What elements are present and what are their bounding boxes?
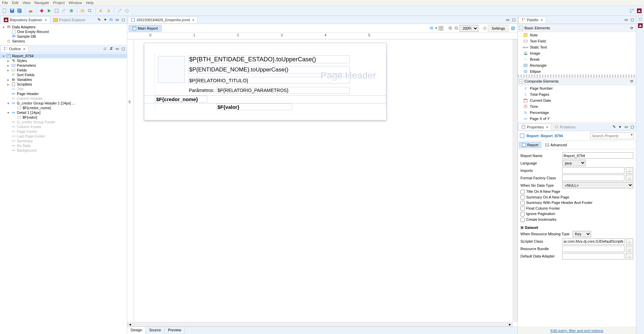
advanced-subtab[interactable]: Advanced <box>542 142 570 148</box>
palette-ellipse[interactable]: Ellipse <box>518 68 636 74</box>
menu-project[interactable]: Project <box>53 1 65 5</box>
detail-band-node[interactable]: ▾Detail 1 [14px] <box>0 110 127 115</box>
minimize-icon[interactable]: ▭ <box>623 17 629 23</box>
zoom-in-icon[interactable] <box>448 26 453 31</box>
palette-break[interactable]: Break <box>518 56 636 62</box>
browse-scriptlet-button[interactable]: ... <box>626 238 633 245</box>
close-icon[interactable]: ✕ <box>540 18 543 22</box>
minimize-icon[interactable]: ▭ <box>505 17 510 23</box>
select-language[interactable]: java <box>562 160 586 166</box>
select-res-missing[interactable]: Key <box>572 231 591 237</box>
page-header-band-node[interactable]: Page Header <box>0 91 127 96</box>
summary-node[interactable]: Summary <box>0 139 127 143</box>
palette-rectangle[interactable]: Rectangle <box>518 62 636 68</box>
project-explorer-tab[interactable]: Project Explorer <box>50 16 89 23</box>
repository-tree[interactable]: ▾ Data Adapters One Empty Record Sample … <box>0 24 127 45</box>
label-parametros[interactable]: Parâmetros: <box>188 87 215 94</box>
palette-percentage[interactable]: %Percentage <box>518 110 636 116</box>
no-data-node[interactable]: No Data <box>0 143 127 148</box>
menu-window[interactable]: Window <box>69 1 82 5</box>
input-report-name[interactable] <box>562 152 633 159</box>
wand-button[interactable] <box>116 7 123 14</box>
main-report-tab[interactable]: Main Report <box>129 25 162 32</box>
field-relatorio-titulo[interactable]: $P{RELATORIO_TITULO} <box>188 77 350 84</box>
collapse-icon[interactable]: ▾ <box>1 25 5 29</box>
parameters-node[interactable]: ▸Parameters <box>0 63 127 68</box>
dropdown-arrow-icon[interactable]: ▼ <box>630 133 633 136</box>
field-valor[interactable]: $F{valor} <box>216 103 292 110</box>
chk-summary-phf[interactable] <box>520 201 525 205</box>
fields-node[interactable]: ▸Fields <box>0 68 127 72</box>
browse-adapter-button[interactable]: ... <box>626 253 633 260</box>
edit-query-link[interactable]: Edit query, filter and sort options <box>518 327 636 334</box>
report-page[interactable]: Page Header $P{BTH_ENTIDADE_ESTADO}.toUp… <box>144 43 386 120</box>
perspective-button[interactable] <box>629 7 635 14</box>
input-imports[interactable] <box>562 167 624 174</box>
sample-db-node[interactable]: Sample DB <box>0 34 127 39</box>
pin-icon[interactable]: ⟳ <box>629 25 634 31</box>
menu-help[interactable]: Help <box>86 1 94 5</box>
expand-icon[interactable]: ▸ <box>6 68 10 72</box>
chk-float-col-footer[interactable] <box>520 206 525 211</box>
collapse-all-icon[interactable] <box>102 46 108 52</box>
collapse-icon[interactable]: ▣ <box>520 225 523 229</box>
gh-field-node[interactable]: $F{credor_nome} <box>0 105 127 110</box>
input-ffc[interactable] <box>562 175 624 181</box>
link-icon[interactable]: ⇵ <box>108 46 114 52</box>
chk-ignore-pagination[interactable] <box>520 212 525 216</box>
settings-gear-icon[interactable] <box>482 26 487 31</box>
palette-tab[interactable]: Palette ✕ <box>518 17 546 23</box>
search-button[interactable] <box>87 7 93 14</box>
properties-tab[interactable]: Properties ✕ <box>518 124 551 130</box>
maximize-icon[interactable]: ▢ <box>630 124 635 130</box>
palette-page-x-of-y[interactable]: #/#Page X of Y <box>518 116 636 122</box>
nav-next-button[interactable] <box>105 7 112 14</box>
menu-file[interactable]: File <box>2 1 8 5</box>
maximize-icon[interactable]: ▢ <box>511 17 516 23</box>
palette-page-number[interactable]: #Page Number <box>518 85 636 91</box>
new-prop-icon[interactable]: ✎ <box>611 124 617 130</box>
minimize-icon[interactable]: ▭ <box>623 124 629 130</box>
tool-btn-2[interactable] <box>61 7 67 14</box>
styles-node[interactable]: ▸✎Styles <box>0 58 127 63</box>
collapse-icon[interactable]: − <box>519 26 523 30</box>
basic-elements-header[interactable]: − Basic Elements ⟳ <box>518 24 636 32</box>
last-page-footer-node[interactable]: Last Page Footer <box>0 134 127 139</box>
source-tab[interactable]: Source <box>146 327 165 334</box>
palette-total-pages[interactable]: ΣTotal Pages <box>518 91 636 97</box>
servers-node[interactable]: Servers <box>0 39 127 43</box>
menu-edit[interactable]: Edit <box>12 1 19 5</box>
sortfields-node[interactable]: Sort Fields <box>0 72 127 77</box>
palette-image[interactable]: Image <box>518 50 636 56</box>
grid-icon[interactable] <box>438 26 444 31</box>
detail-field-node[interactable]: $F{valor} <box>0 115 127 120</box>
editor-file-tab[interactable]: 1652208164826_Empenho.jrxml ✕ <box>128 17 198 23</box>
report-root-node[interactable]: ▾ Report_8794 <box>0 54 127 58</box>
group-header-node[interactable]: ▾G_credor Group Header 1 [14px] ... <box>0 101 127 105</box>
dropdown-arrow-icon[interactable]: ▾ <box>435 26 438 30</box>
input-scriptlet[interactable] <box>562 238 624 245</box>
data-adapters-node[interactable]: ▾ Data Adapters <box>0 25 127 29</box>
tool-btn-1[interactable] <box>53 7 60 14</box>
global-icon[interactable] <box>510 26 516 31</box>
maximize-icon[interactable]: ▢ <box>630 17 635 23</box>
title-band-node[interactable]: Title <box>0 87 127 91</box>
expand-icon[interactable]: ▸ <box>6 78 10 82</box>
run-button[interactable] <box>46 7 53 14</box>
vertical-scrollbar[interactable] <box>513 39 517 322</box>
page-footer-node[interactable]: Page Footer <box>0 129 127 134</box>
zoom-out-icon[interactable] <box>454 26 459 31</box>
view-menu-icon[interactable]: ▾ <box>617 124 623 130</box>
minimize-icon[interactable]: ▭ <box>114 46 120 52</box>
design-canvas[interactable]: 0 1 2 3 4 5 0 Page Header <box>127 33 517 327</box>
group-footer-node[interactable]: G_credor Group Footer <box>0 120 127 124</box>
chk-title-new-page[interactable] <box>520 190 525 194</box>
repository-explorer-tab[interactable]: Repository Explorer ✕ <box>1 16 50 23</box>
browse-ffc-button[interactable]: ... <box>626 175 633 181</box>
variables-node[interactable]: ▸fxVariables <box>0 77 127 82</box>
close-icon[interactable]: ✕ <box>546 125 548 129</box>
palette-current-date[interactable]: Current Date <box>518 97 636 103</box>
tool-pencil-icon[interactable]: ✎ <box>96 17 102 23</box>
close-icon[interactable]: ✕ <box>44 18 47 22</box>
input-res-bundle[interactable] <box>562 246 624 252</box>
